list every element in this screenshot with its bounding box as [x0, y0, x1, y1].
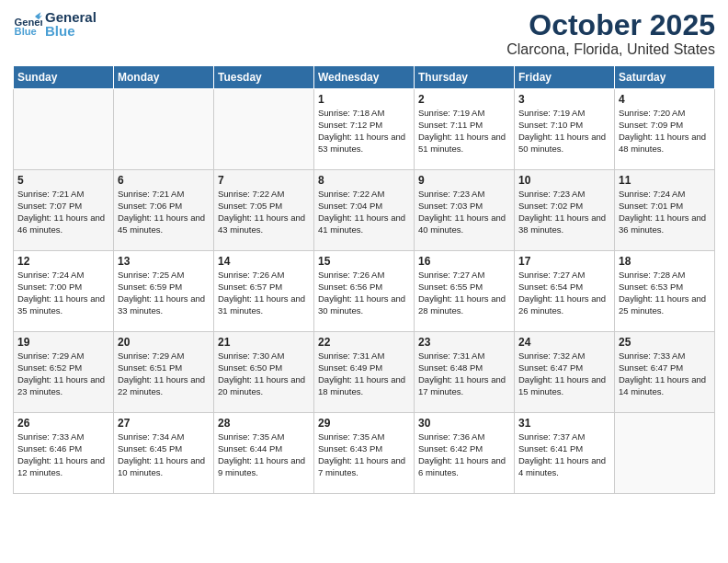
calendar-cell: 16Sunrise: 7:27 AMSunset: 6:55 PMDayligh… [415, 251, 515, 332]
daylight-text: Daylight: 11 hours and 22 minutes. [118, 374, 205, 396]
calendar-cell: 2Sunrise: 7:19 AMSunset: 7:11 PMDaylight… [415, 89, 515, 170]
daylight-text: Daylight: 11 hours and 9 minutes. [218, 455, 305, 477]
calendar-cell: 24Sunrise: 7:32 AMSunset: 6:47 PMDayligh… [515, 332, 615, 413]
cell-details: Sunrise: 7:35 AMSunset: 6:43 PMDaylight:… [318, 431, 410, 478]
cell-details: Sunrise: 7:19 AMSunset: 7:11 PMDaylight:… [418, 108, 510, 155]
sunset-text: Sunset: 6:51 PM [118, 362, 182, 373]
header-sunday: Sunday [14, 66, 114, 89]
day-number: 20 [118, 336, 210, 349]
daylight-text: Daylight: 11 hours and 17 minutes. [418, 374, 506, 396]
day-number: 12 [17, 255, 109, 268]
calendar-cell: 31Sunrise: 7:37 AMSunset: 6:41 PMDayligh… [515, 413, 615, 494]
header-monday: Monday [114, 66, 214, 89]
sunrise-text: Sunrise: 7:19 AM [518, 108, 585, 118]
sunrise-text: Sunrise: 7:28 AM [619, 270, 685, 280]
day-number: 18 [619, 255, 711, 268]
sunrise-text: Sunrise: 7:29 AM [118, 350, 184, 361]
cell-details: Sunrise: 7:26 AMSunset: 6:57 PMDaylight:… [218, 270, 310, 316]
cell-details: Sunrise: 7:33 AMSunset: 6:47 PMDaylight:… [619, 350, 711, 397]
cell-details: Sunrise: 7:31 AMSunset: 6:49 PMDaylight:… [318, 350, 410, 397]
sunset-text: Sunset: 6:49 PM [318, 362, 382, 373]
cell-details: Sunrise: 7:23 AMSunset: 7:03 PMDaylight:… [418, 189, 510, 236]
day-number: 27 [118, 417, 210, 430]
sunset-text: Sunset: 6:47 PM [619, 362, 683, 373]
sunset-text: Sunset: 7:12 PM [318, 120, 382, 130]
calendar-cell: 15Sunrise: 7:26 AMSunset: 6:56 PMDayligh… [314, 251, 415, 332]
sunrise-text: Sunrise: 7:25 AM [118, 270, 184, 280]
sunset-text: Sunset: 6:46 PM [17, 443, 82, 454]
sunrise-text: Sunrise: 7:31 AM [418, 350, 484, 361]
sunset-text: Sunset: 6:44 PM [218, 443, 282, 454]
day-number: 22 [318, 336, 410, 349]
cell-details: Sunrise: 7:21 AMSunset: 7:07 PMDaylight:… [17, 189, 109, 236]
sunrise-text: Sunrise: 7:18 AM [318, 108, 384, 118]
day-number: 31 [518, 417, 610, 430]
cell-details: Sunrise: 7:24 AMSunset: 7:00 PMDaylight:… [17, 270, 109, 316]
header: General Blue General Blue October 2025 C… [13, 9, 715, 58]
logo-text: General Blue [45, 10, 97, 38]
sunset-text: Sunset: 6:45 PM [118, 443, 182, 454]
daylight-text: Daylight: 11 hours and 25 minutes. [619, 293, 706, 316]
sunrise-text: Sunrise: 7:35 AM [318, 431, 384, 442]
cell-details: Sunrise: 7:29 AMSunset: 6:52 PMDaylight:… [17, 350, 109, 397]
logo-icon: General Blue [13, 9, 42, 39]
daylight-text: Daylight: 11 hours and 4 minutes. [518, 455, 606, 477]
sunrise-text: Sunrise: 7:21 AM [118, 189, 184, 199]
daylight-text: Daylight: 11 hours and 51 minutes. [418, 132, 506, 154]
header-saturday: Saturday [615, 66, 715, 89]
sunset-text: Sunset: 6:47 PM [518, 362, 583, 373]
daylight-text: Daylight: 11 hours and 6 minutes. [418, 455, 506, 477]
month-title: October 2025 [506, 9, 715, 41]
sunrise-text: Sunrise: 7:31 AM [318, 350, 384, 361]
day-number: 10 [518, 174, 610, 187]
calendar-table: Sunday Monday Tuesday Wednesday Thursday… [13, 65, 715, 494]
daylight-text: Daylight: 11 hours and 23 minutes. [17, 374, 105, 396]
week-row-2: 12Sunrise: 7:24 AMSunset: 7:00 PMDayligh… [14, 251, 715, 332]
day-number: 2 [418, 93, 510, 106]
cell-details: Sunrise: 7:26 AMSunset: 6:56 PMDaylight:… [318, 270, 410, 316]
cell-details: Sunrise: 7:25 AMSunset: 6:59 PMDaylight:… [118, 270, 210, 316]
sunrise-text: Sunrise: 7:27 AM [518, 270, 585, 280]
sunset-text: Sunset: 6:56 PM [318, 282, 382, 292]
day-number: 3 [518, 93, 610, 106]
daylight-text: Daylight: 11 hours and 30 minutes. [318, 293, 405, 316]
week-row-0: 1Sunrise: 7:18 AMSunset: 7:12 PMDaylight… [14, 89, 715, 170]
sunrise-text: Sunrise: 7:27 AM [418, 270, 484, 280]
calendar-cell: 12Sunrise: 7:24 AMSunset: 7:00 PMDayligh… [14, 251, 114, 332]
calendar-cell: 4Sunrise: 7:20 AMSunset: 7:09 PMDaylight… [615, 89, 715, 170]
svg-text:Blue: Blue [15, 26, 37, 37]
sunset-text: Sunset: 6:57 PM [218, 282, 282, 292]
sunrise-text: Sunrise: 7:20 AM [619, 108, 685, 118]
daylight-text: Daylight: 11 hours and 46 minutes. [17, 213, 105, 235]
day-number: 4 [619, 93, 711, 106]
logo-blue: Blue [45, 24, 97, 38]
cell-details: Sunrise: 7:23 AMSunset: 7:02 PMDaylight:… [518, 189, 610, 236]
cell-details: Sunrise: 7:33 AMSunset: 6:46 PMDaylight:… [17, 431, 109, 478]
calendar-cell: 17Sunrise: 7:27 AMSunset: 6:54 PMDayligh… [515, 251, 615, 332]
sunset-text: Sunset: 6:48 PM [418, 362, 483, 373]
logo-general: General [45, 10, 97, 24]
day-number: 11 [619, 174, 711, 187]
header-thursday: Thursday [415, 66, 515, 89]
header-friday: Friday [515, 66, 615, 89]
daylight-text: Daylight: 11 hours and 48 minutes. [619, 132, 706, 154]
sunset-text: Sunset: 6:42 PM [418, 443, 483, 454]
daylight-text: Daylight: 11 hours and 40 minutes. [418, 213, 506, 235]
page: General Blue General Blue October 2025 C… [0, 0, 728, 563]
day-number: 21 [218, 336, 310, 349]
sunset-text: Sunset: 6:43 PM [318, 443, 382, 454]
cell-details: Sunrise: 7:28 AMSunset: 6:53 PMDaylight:… [619, 270, 711, 316]
daylight-text: Daylight: 11 hours and 45 minutes. [118, 213, 205, 235]
calendar-cell: 8Sunrise: 7:22 AMSunset: 7:04 PMDaylight… [314, 170, 415, 251]
daylight-text: Daylight: 11 hours and 43 minutes. [218, 213, 305, 235]
sunrise-text: Sunrise: 7:36 AM [418, 431, 484, 442]
sunset-text: Sunset: 7:03 PM [418, 201, 483, 211]
calendar-cell: 23Sunrise: 7:31 AMSunset: 6:48 PMDayligh… [415, 332, 515, 413]
sunrise-text: Sunrise: 7:19 AM [418, 108, 484, 118]
sunrise-text: Sunrise: 7:22 AM [218, 189, 284, 199]
sunrise-text: Sunrise: 7:24 AM [17, 270, 84, 280]
sunset-text: Sunset: 7:10 PM [518, 120, 583, 130]
cell-details: Sunrise: 7:37 AMSunset: 6:41 PMDaylight:… [518, 431, 610, 478]
calendar-cell: 13Sunrise: 7:25 AMSunset: 6:59 PMDayligh… [114, 251, 214, 332]
sunrise-text: Sunrise: 7:26 AM [218, 270, 284, 280]
